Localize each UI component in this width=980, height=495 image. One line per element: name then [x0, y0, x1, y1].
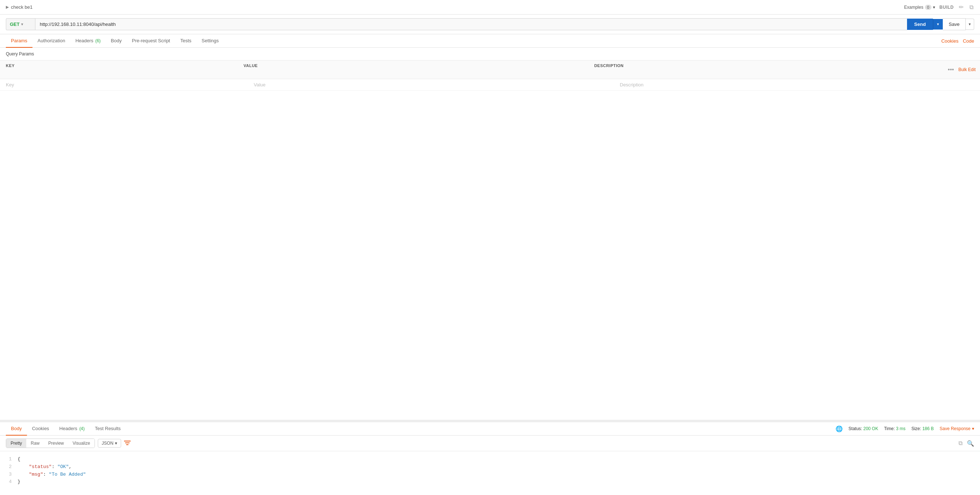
send-dropdown-button[interactable]: ▾ — [933, 19, 943, 30]
cookies-link[interactable]: Cookies — [941, 38, 958, 44]
format-tabs: Pretty Raw Preview Visualize — [6, 438, 95, 448]
top-bar: ▶ check be1 Examples 0 ▾ BUILD ✏ ⧉ — [0, 0, 980, 14]
save-response-chevron-icon: ▾ — [972, 426, 974, 431]
tab-settings[interactable]: Settings — [197, 34, 224, 48]
method-label: GET — [10, 22, 20, 27]
code-line-2: 2 "status": "OK", — [6, 463, 974, 471]
col-actions-header: ••• Bulk Edit — [939, 60, 980, 79]
tab-params[interactable]: Params — [6, 34, 32, 48]
time-value: 3 ms — [896, 426, 905, 431]
format-type-select[interactable]: JSON ▾ — [98, 439, 121, 447]
code-link[interactable]: Code — [963, 38, 974, 44]
response-status-area: 🌐 Status: 200 OK Time: 3 ms Size: 186 B … — [835, 425, 974, 432]
status-value: 200 OK — [863, 426, 878, 431]
more-options-icon[interactable]: ••• — [943, 63, 958, 76]
save-response-button[interactable]: Save Response ▾ — [940, 426, 974, 431]
build-button[interactable]: BUILD — [940, 5, 954, 10]
send-button[interactable]: Send — [907, 19, 933, 30]
tab-tests[interactable]: Tests — [175, 34, 196, 48]
response-tab-headers[interactable]: Headers (4) — [54, 422, 90, 436]
top-bar-actions: Examples 0 ▾ BUILD ✏ ⧉ — [904, 3, 974, 11]
copy-icon: ⧉ — [969, 4, 974, 10]
time-label: Time: 3 ms — [884, 426, 905, 431]
format-bar-left: Pretty Raw Preview Visualize JSON ▾ — [6, 438, 130, 448]
url-input[interactable] — [35, 18, 907, 30]
response-tabs: Body Cookies Headers (4) Test Results — [6, 422, 126, 435]
query-params-label: Query Params — [0, 48, 980, 60]
response-headers-badge: (4) — [79, 426, 84, 431]
response-tab-cookies[interactable]: Cookies — [27, 422, 54, 436]
method-chevron-icon: ▾ — [21, 22, 23, 26]
tab-body[interactable]: Body — [106, 34, 127, 48]
headers-badge: (6) — [94, 38, 101, 43]
examples-button[interactable]: Examples 0 ▾ — [904, 5, 935, 10]
search-response-button[interactable]: 🔍 — [967, 440, 974, 447]
code-line-3: 3 "msg": "To Be Added" — [6, 471, 974, 479]
format-type-chevron-icon: ▾ — [115, 441, 117, 446]
tab-authorization[interactable]: Authorization — [32, 34, 70, 48]
tab-headers[interactable]: Headers (6) — [70, 34, 106, 48]
size-label: Size: 186 B — [912, 426, 934, 431]
url-bar: GET ▾ Send ▾ Save ▾ — [0, 14, 980, 34]
code-view: 1 { 2 "status": "OK", 3 "msg": "To Be Ad… — [0, 451, 980, 495]
tab-prerequest[interactable]: Pre-request Script — [127, 34, 175, 48]
request-tabs-bar: Params Authorization Headers (6) Body Pr… — [0, 34, 980, 48]
col-desc-header: DESCRIPTION — [589, 60, 939, 79]
status-label: Status: 200 OK — [849, 426, 878, 431]
globe-icon: 🌐 — [835, 425, 843, 432]
response-tabs-bar: Body Cookies Headers (4) Test Results 🌐 … — [0, 422, 980, 436]
examples-count: 0 — [925, 5, 931, 10]
format-tab-preview[interactable]: Preview — [44, 439, 68, 447]
params-table-header: KEY VALUE DESCRIPTION ••• Bulk Edit — [0, 60, 980, 79]
examples-label: Examples — [904, 5, 923, 10]
code-line-1: 1 { — [6, 455, 974, 463]
method-select[interactable]: GET ▾ — [6, 18, 35, 30]
request-title-area: ▶ check be1 — [6, 5, 32, 10]
save-button[interactable]: Save — [943, 18, 966, 30]
params-empty-row: Key Value Description — [0, 79, 980, 91]
format-tab-raw[interactable]: Raw — [26, 439, 44, 447]
value-input-placeholder[interactable]: Value — [248, 79, 614, 90]
copy-icon-button[interactable]: ⧉ — [969, 3, 974, 11]
request-chevron-icon: ▶ — [6, 5, 9, 10]
request-tabs-right: Cookies Code — [941, 38, 974, 44]
size-value: 186 B — [922, 426, 934, 431]
filter-icon-button[interactable] — [124, 439, 130, 447]
response-tab-body[interactable]: Body — [6, 422, 27, 436]
response-section: Body Cookies Headers (4) Test Results 🌐 … — [0, 422, 980, 495]
params-section: Query Params KEY VALUE DESCRIPTION ••• B… — [0, 48, 980, 420]
format-bar-right: ⧉ 🔍 — [958, 440, 974, 447]
request-tabs: Params Authorization Headers (6) Body Pr… — [6, 34, 224, 48]
description-input-placeholder[interactable]: Description — [614, 79, 980, 90]
code-line-4: 4 } — [6, 478, 974, 486]
copy-response-button[interactable]: ⧉ — [958, 440, 963, 446]
examples-chevron-icon: ▾ — [933, 5, 935, 10]
format-bar: Pretty Raw Preview Visualize JSON ▾ — [0, 436, 980, 451]
response-tab-test-results[interactable]: Test Results — [90, 422, 126, 436]
request-name: check be1 — [11, 5, 32, 10]
col-key-header: KEY — [0, 60, 237, 79]
format-tab-pretty[interactable]: Pretty — [6, 439, 26, 447]
col-value-header: VALUE — [237, 60, 588, 79]
bulk-edit-link[interactable]: Bulk Edit — [958, 67, 975, 72]
edit-icon-button[interactable]: ✏ — [958, 3, 964, 11]
save-dropdown-button[interactable]: ▾ — [966, 19, 974, 30]
key-input-placeholder[interactable]: Key — [0, 79, 248, 90]
format-tab-visualize[interactable]: Visualize — [68, 439, 94, 447]
edit-icon: ✏ — [959, 4, 964, 10]
